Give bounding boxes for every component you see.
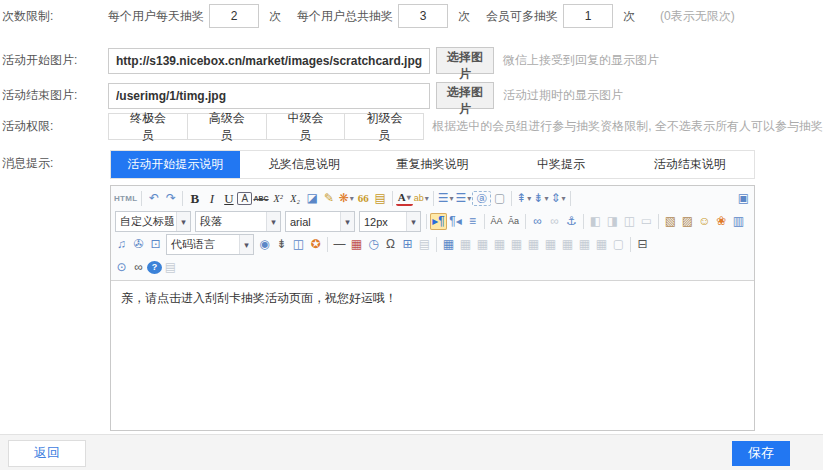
help-icon[interactable]: ? [147, 261, 162, 274]
image-align-left-icon[interactable]: ◧ [587, 213, 604, 230]
subscript-icon[interactable]: X₂ [287, 190, 304, 207]
merge-cells-icon[interactable]: ▦ [576, 236, 593, 253]
template-icon[interactable]: ▤ [416, 236, 433, 253]
insert-row-icon[interactable]: ▦ [508, 236, 525, 253]
tab-message-0[interactable]: 活动开始提示说明 [111, 151, 240, 178]
format-painter-icon[interactable]: ✎ [321, 190, 338, 207]
total-draw-input[interactable] [398, 4, 448, 28]
tab-message-1[interactable]: 兑奖信息说明 [240, 151, 369, 178]
chevron-down-icon: ▾ [176, 212, 190, 231]
code-language-select[interactable]: 代码语言▾ [166, 234, 254, 255]
save-button[interactable]: 保存 [732, 441, 790, 466]
link-icon[interactable]: ∞ [529, 213, 546, 230]
unlink-icon[interactable]: ∞ [546, 213, 563, 230]
emotion-icon[interactable]: ☺ [696, 213, 713, 230]
member-level-button-3[interactable]: 初级会员 [344, 113, 424, 140]
ordered-list-icon[interactable]: ☰▾ [437, 190, 455, 207]
split-cells-icon[interactable]: ▦ [593, 236, 610, 253]
toolbar-separator [327, 237, 328, 252]
table-caption-icon[interactable]: ▦ [474, 236, 491, 253]
time-icon[interactable]: ◷ [365, 236, 382, 253]
space-before-icon[interactable]: ⇞▾ [515, 190, 532, 207]
to-uppercase-icon[interactable]: ÂA [488, 213, 505, 230]
insert-video-icon[interactable]: ▥ [730, 213, 747, 230]
blockquote-icon[interactable]: 66 [355, 190, 372, 207]
highlight-color-icon[interactable]: ab▾ [413, 190, 430, 207]
date-icon[interactable]: ▦ [348, 236, 365, 253]
tab-message-2[interactable]: 重复抽奖说明 [368, 151, 497, 178]
image-block-icon[interactable]: ▭ [638, 213, 655, 230]
member-extra-draw-input[interactable] [563, 4, 613, 28]
insert-table-icon[interactable]: ▦ [440, 236, 457, 253]
delete-col-icon[interactable]: ▦ [559, 236, 576, 253]
to-lowercase-icon[interactable]: Âa [505, 213, 522, 230]
editor-content-area[interactable]: 亲，请点击进入刮刮卡抽奖活动页面，祝您好运哦！ [111, 281, 754, 430]
page-break-icon[interactable]: ⇟ [273, 236, 290, 253]
start-image-hint: 微信上接受到回复的显示图片 [503, 52, 659, 69]
formula-icon[interactable]: ⊞ [399, 236, 416, 253]
paragraph-select[interactable]: 段落▾ [195, 211, 281, 232]
anchor-ref-icon[interactable]: ⓐ [472, 191, 491, 206]
superscript-icon[interactable]: X² [270, 190, 287, 207]
auto-typeset-icon[interactable]: ❋▾ [338, 190, 355, 207]
insert-frame-icon[interactable]: ⊡ [147, 236, 164, 253]
member-level-button-1[interactable]: 高级会员 [187, 113, 267, 140]
underline-icon[interactable]: U [220, 190, 237, 207]
source-code-button[interactable]: HTML [113, 190, 138, 207]
horizontal-rule-icon[interactable]: — [331, 236, 348, 253]
snapshot-icon[interactable]: ✪ [307, 236, 324, 253]
insert-image-icon[interactable]: ▧ [662, 213, 679, 230]
special-char-icon[interactable]: Ω [382, 236, 399, 253]
first-line-indent-icon[interactable]: ▸¶ [430, 213, 447, 230]
preview-icon[interactable]: ⊙ [113, 259, 130, 276]
back-button[interactable]: 返回 [8, 440, 86, 467]
strikethrough-icon[interactable]: ABC [252, 190, 269, 207]
toolbar-separator [570, 191, 571, 206]
paste-plain-icon[interactable]: ▤ [162, 259, 179, 276]
font-border-icon[interactable]: A [237, 192, 252, 205]
daily-draw-input[interactable] [209, 4, 259, 28]
print-icon[interactable]: ⊟ [634, 236, 651, 253]
font-size-select[interactable]: 12px▾ [359, 211, 421, 232]
blank-doc-icon[interactable]: ▢ [491, 190, 508, 207]
custom-title-select[interactable]: 自定义标题▾ [115, 211, 191, 232]
delete-table-icon[interactable]: ▦ [457, 236, 474, 253]
anchor-icon[interactable]: ⚓ [563, 213, 580, 230]
insert-col-icon[interactable]: ▦ [525, 236, 542, 253]
member-level-button-2[interactable]: 中级会员 [266, 113, 346, 140]
font-color-icon[interactable]: A▾ [396, 191, 413, 206]
image-align-right-icon[interactable]: ◨ [604, 213, 621, 230]
insert-iframe-icon[interactable]: ◫ [290, 236, 307, 253]
attachment-icon[interactable]: ✇ [130, 236, 147, 253]
space-after-icon[interactable]: ⇟▾ [532, 190, 549, 207]
italic-icon[interactable]: I [203, 190, 220, 207]
end-image-pick-button[interactable]: 选择图片 [436, 82, 494, 109]
upload-image-icon[interactable]: ▨ [679, 213, 696, 230]
doc-template-icon[interactable]: ▢ [610, 236, 627, 253]
paste-icon[interactable]: ▤ [372, 190, 389, 207]
image-align-center-icon[interactable]: ◫ [621, 213, 638, 230]
redo-icon[interactable]: ↷ [162, 190, 179, 207]
start-image-pick-button[interactable]: 选择图片 [436, 47, 494, 74]
member-level-button-0[interactable]: 终极会员 [108, 113, 188, 140]
bold-icon[interactable]: B [186, 190, 203, 207]
undo-icon[interactable]: ↶ [145, 190, 162, 207]
delete-row-icon[interactable]: ▦ [542, 236, 559, 253]
table-title-icon[interactable]: ▦ [491, 236, 508, 253]
paragraph-wrap-icon[interactable]: ≡ [464, 213, 481, 230]
chevron-down-icon: ▾ [406, 212, 420, 231]
music-icon[interactable]: ♫ [113, 236, 130, 253]
font-family-select[interactable]: arial▾ [285, 211, 355, 232]
unordered-list-icon[interactable]: ☰▾ [454, 190, 472, 207]
end-image-url-input[interactable] [108, 83, 430, 109]
fullscreen-icon[interactable]: ▣ [735, 190, 752, 207]
start-image-url-input[interactable] [108, 48, 430, 74]
remove-format-icon[interactable]: ◪ [304, 190, 321, 207]
tab-message-4[interactable]: 活动结束说明 [625, 151, 754, 178]
scrawl-icon[interactable]: ❀ [713, 213, 730, 230]
rtl-paragraph-icon[interactable]: ¶◂ [447, 213, 464, 230]
line-height-icon[interactable]: ⇕▾ [549, 190, 566, 207]
tab-message-3[interactable]: 中奖提示 [497, 151, 626, 178]
map-icon[interactable]: ◉ [256, 236, 273, 253]
find-replace-icon[interactable]: ∞ [130, 259, 147, 276]
